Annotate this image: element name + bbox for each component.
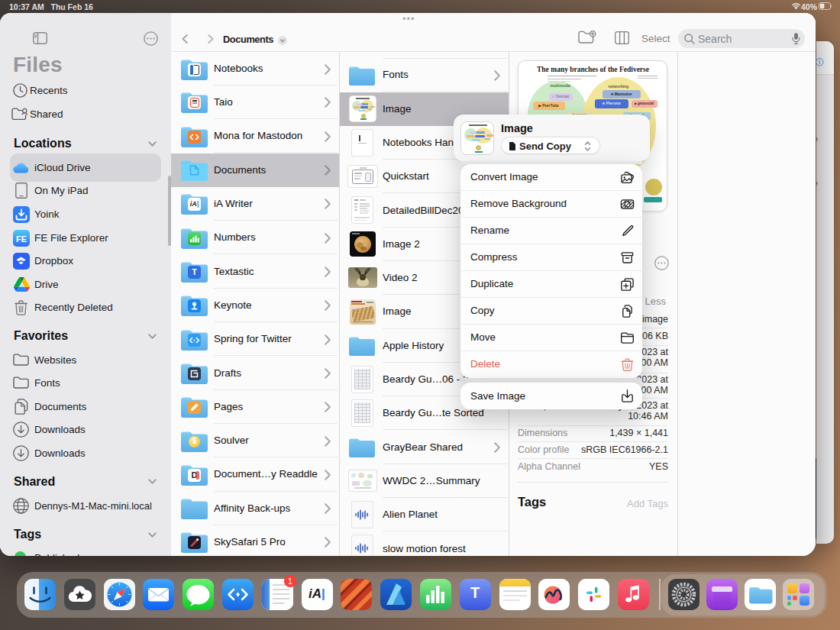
svg-text:FE: FE (16, 234, 27, 243)
